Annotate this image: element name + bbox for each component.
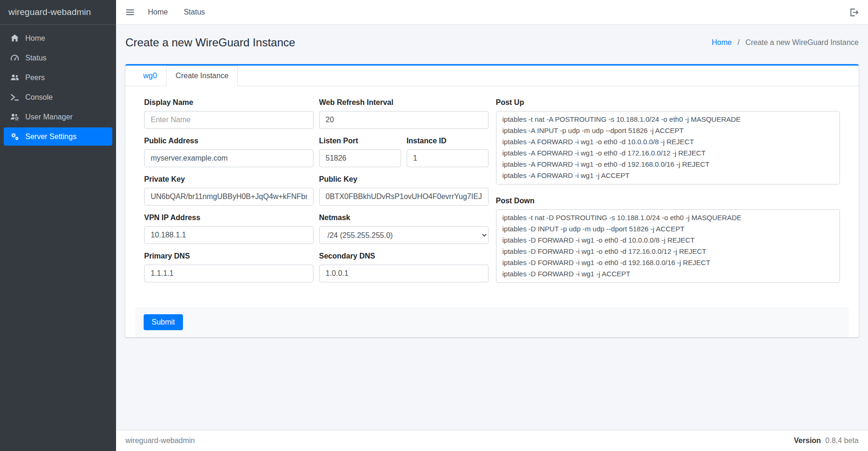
- netmask-label: Netmask: [319, 214, 489, 222]
- content-wrapper: Create a new WireGuard Instance Home / C…: [116, 25, 868, 430]
- sidebar-nav: Home Status Peers Console: [0, 25, 116, 151]
- content-header: Create a new WireGuard Instance Home / C…: [116, 25, 868, 54]
- footer-version-value: 0.8.4 beta: [825, 436, 859, 444]
- post-down-group: Post Down iptables -t nat -D POSTROUTING…: [496, 197, 840, 285]
- secondary-dns-label: Secondary DNS: [319, 252, 489, 260]
- post-up-label: Post Up: [496, 98, 840, 107]
- vpn-ip-label: VPN IP Address: [144, 214, 314, 222]
- top-navbar: Home Status: [116, 0, 868, 25]
- netmask-group: Netmask /24 (255.255.255.0): [319, 214, 489, 244]
- sidebar-toggle-button[interactable]: [125, 7, 135, 17]
- web-refresh-group: Web Refresh Interval: [319, 98, 489, 129]
- listen-port-input[interactable]: [319, 149, 401, 167]
- sidebar-item-home[interactable]: Home: [4, 29, 112, 47]
- public-key-input[interactable]: [319, 188, 489, 206]
- sidebar-item-user-manager[interactable]: User Manager: [4, 108, 112, 126]
- instance-id-label: Instance ID: [407, 137, 489, 145]
- logout-button[interactable]: [849, 7, 859, 17]
- instance-id-input[interactable]: [407, 149, 489, 167]
- hamburger-icon: [125, 7, 135, 17]
- sidebar-item-server-settings[interactable]: Server Settings: [4, 127, 112, 146]
- main-column: Home Status Create a new WireGuard Insta…: [116, 0, 868, 451]
- primary-dns-group: Primary DNS: [144, 252, 314, 282]
- topnav-link-home[interactable]: Home: [148, 8, 168, 16]
- sidebar-item-label: Peers: [25, 74, 45, 82]
- listen-port-label: Listen Port: [319, 137, 401, 145]
- page-footer: wireguard-webadmin Version 0.8.4 beta: [116, 430, 868, 451]
- display-name-group: Display Name: [144, 98, 314, 129]
- sidebar-item-console[interactable]: Console: [4, 88, 112, 106]
- web-refresh-input[interactable]: [319, 111, 489, 129]
- footer-app-name: wireguard-webadmin: [125, 436, 195, 445]
- home-icon: [8, 34, 21, 43]
- form-right: Post Up iptables -t nat -A POSTROUTING -…: [496, 98, 840, 295]
- page-title: Create a new WireGuard Instance: [125, 36, 295, 49]
- sidebar: wireguard-webadmin Home Status Peers: [0, 0, 116, 451]
- brand-link[interactable]: wireguard-webadmin: [0, 0, 116, 25]
- breadcrumb-separator: /: [737, 38, 739, 46]
- breadcrumb-home-link[interactable]: Home: [712, 38, 732, 46]
- vpn-ip-group: VPN IP Address: [144, 214, 314, 244]
- user-manager-icon: [8, 112, 21, 121]
- instance-tabs: wg0 Create Instance: [125, 66, 859, 86]
- sidebar-item-label: Home: [25, 34, 45, 43]
- post-down-label: Post Down: [496, 197, 840, 205]
- app-root: wireguard-webadmin Home Status Peers: [0, 0, 868, 451]
- secondary-dns-group: Secondary DNS: [319, 252, 489, 282]
- sidebar-item-status[interactable]: Status: [4, 49, 112, 67]
- submit-button[interactable]: Submit: [144, 314, 183, 330]
- port-instance-row: Listen Port Instance ID: [319, 137, 489, 175]
- sidebar-item-label: Console: [25, 93, 53, 102]
- peers-icon: [8, 73, 21, 82]
- console-icon: [8, 93, 21, 102]
- web-refresh-label: Web Refresh Interval: [319, 98, 489, 107]
- instance-card: wg0 Create Instance Display Name Web: [125, 64, 859, 337]
- server-settings-icon: [8, 132, 21, 141]
- footer-version: Version 0.8.4 beta: [794, 436, 859, 445]
- public-address-label: Public Address: [144, 137, 314, 145]
- listen-port-group: Listen Port: [319, 137, 401, 167]
- public-key-label: Public Key: [319, 175, 489, 184]
- private-key-group: Private Key: [144, 175, 314, 206]
- breadcrumb-current: Create a new WireGuard Instance: [745, 38, 859, 46]
- secondary-dns-input[interactable]: [319, 265, 489, 282]
- post-down-textarea[interactable]: iptables -t nat -D POSTROUTING -s 10.188…: [496, 209, 840, 283]
- tab-wg0[interactable]: wg0: [134, 66, 166, 86]
- status-icon: [8, 53, 21, 62]
- topnav-link-status[interactable]: Status: [184, 8, 205, 16]
- primary-dns-input[interactable]: [144, 265, 314, 282]
- vpn-ip-input[interactable]: [144, 226, 314, 244]
- footer-version-label: Version: [794, 436, 821, 444]
- sidebar-item-peers[interactable]: Peers: [4, 68, 112, 87]
- public-address-input[interactable]: [144, 149, 314, 167]
- private-key-label: Private Key: [144, 175, 314, 184]
- netmask-select[interactable]: /24 (255.255.255.0): [319, 226, 489, 244]
- sidebar-item-label: Server Settings: [25, 133, 76, 141]
- form-footer: Submit: [135, 307, 849, 337]
- form-left: Display Name Web Refresh Interval Public…: [144, 98, 489, 295]
- sidebar-item-label: User Manager: [25, 113, 73, 121]
- primary-dns-label: Primary DNS: [144, 252, 314, 260]
- public-key-group: Public Key: [319, 175, 489, 206]
- sign-out-icon: [849, 7, 859, 17]
- post-up-textarea[interactable]: iptables -t nat -A POSTROUTING -s 10.188…: [496, 111, 840, 185]
- instance-form: Display Name Web Refresh Interval Public…: [125, 86, 859, 307]
- sidebar-item-label: Status: [25, 54, 46, 62]
- public-address-group: Public Address: [144, 137, 314, 167]
- breadcrumb: Home / Create a new WireGuard Instance: [712, 38, 859, 47]
- private-key-input[interactable]: [144, 188, 314, 206]
- post-up-group: Post Up iptables -t nat -A POSTROUTING -…: [496, 98, 840, 186]
- display-name-input[interactable]: [144, 111, 314, 129]
- tab-create-instance[interactable]: Create Instance: [166, 66, 238, 86]
- instance-id-group: Instance ID: [407, 137, 489, 167]
- display-name-label: Display Name: [144, 98, 314, 107]
